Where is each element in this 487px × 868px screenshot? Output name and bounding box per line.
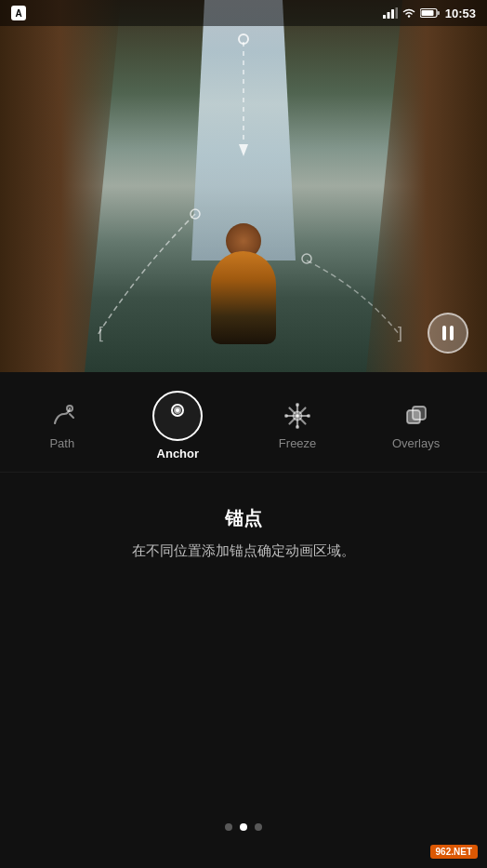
overlays-icon [401, 401, 431, 431]
pause-icon [442, 326, 454, 341]
svg-rect-3 [395, 7, 398, 19]
tab-freeze[interactable]: Freeze [268, 397, 327, 454]
wifi-icon [401, 7, 416, 19]
controls-area: Path Anchor [0, 372, 487, 868]
tab-path[interactable]: Path [36, 397, 88, 454]
content-title: 锚点 [225, 506, 262, 531]
status-right: 10:53 [383, 7, 476, 20]
page-indicators [0, 823, 487, 831]
signal-icon [383, 7, 398, 19]
anchor-icon-wrap [152, 391, 203, 441]
tab-anchor-label: Anchor [157, 447, 200, 461]
content-description: 在不同位置添加锚点确定动画区域。 [132, 541, 355, 562]
svg-point-23 [296, 425, 299, 429]
freeze-icon [283, 401, 312, 431]
svg-rect-6 [421, 10, 433, 16]
tab-anchor[interactable]: Anchor [141, 387, 214, 464]
status-bar: A 10:53 [0, 0, 487, 26]
tab-bar: Path Anchor [0, 372, 487, 473]
tab-path-label: Path [49, 436, 74, 450]
person-subject [197, 223, 290, 344]
tab-overlays[interactable]: Overlays [381, 397, 451, 454]
time-display: 10:53 [445, 7, 476, 20]
path-icon [47, 401, 77, 431]
video-area: [ ] [0, 0, 487, 372]
svg-rect-2 [391, 9, 394, 19]
svg-rect-28 [413, 407, 426, 420]
pause-button[interactable] [428, 313, 468, 354]
content-area: 锚点 在不同位置添加锚点确定动画区域。 [0, 473, 487, 581]
tab-freeze-label: Freeze [279, 436, 316, 450]
page-dot-1[interactable] [240, 823, 247, 831]
page-dot-2[interactable] [255, 823, 262, 831]
anchor-icon [164, 402, 191, 430]
status-icons [383, 7, 441, 19]
svg-point-25 [307, 414, 310, 418]
svg-point-17 [176, 408, 179, 412]
svg-point-24 [284, 414, 288, 418]
person-body [211, 251, 276, 344]
watermark: 962.NET [430, 845, 478, 859]
app-icon: A [11, 6, 26, 20]
svg-rect-5 [437, 11, 440, 15]
svg-point-22 [296, 403, 299, 407]
tab-overlays-label: Overlays [392, 436, 440, 450]
svg-rect-1 [387, 12, 389, 19]
svg-rect-0 [383, 15, 386, 19]
status-left: A [11, 6, 26, 20]
page-dot-0[interactable] [225, 823, 232, 831]
battery-icon [420, 7, 441, 19]
